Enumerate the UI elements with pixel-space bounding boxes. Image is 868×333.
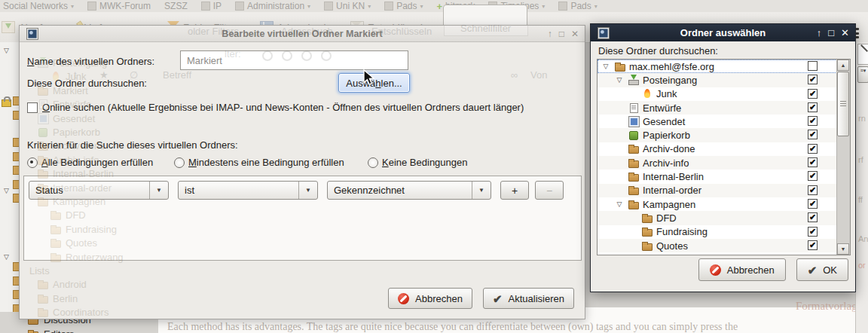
rollup-icon[interactable]: ↑ [817, 27, 822, 38]
criteria-label: Kriterien für die Suche dieses virtuelle… [27, 139, 238, 151]
update-button[interactable]: ✔ Aktualisieren [483, 288, 574, 309]
bookmark-item[interactable]: SZSZ [164, 1, 188, 11]
twisty-icon[interactable]: ▽ [4, 187, 9, 194]
tree-row[interactable]: Internal-order✔ [598, 184, 837, 197]
radio-any[interactable]: Mindestens eine Bedingung erfüllen [174, 157, 344, 168]
field-dropdown[interactable]: Status ▼ [29, 181, 169, 200]
ok-button[interactable]: ✔ OK [796, 258, 848, 281]
tree-row[interactable]: Papierkorb✔ [598, 128, 837, 142]
maximize-icon[interactable]: □ [828, 27, 834, 38]
remove-condition-button[interactable]: − [535, 181, 564, 200]
folder-checkbox[interactable]: ✔ [808, 144, 818, 154]
bookmark-item[interactable]: Uni KN▾ [324, 1, 371, 11]
scrollbar-thumb[interactable] [837, 72, 849, 136]
twisty-icon[interactable]: ▽ [614, 200, 625, 208]
folder-checkbox[interactable]: ✔ [808, 171, 818, 181]
folder-icon [37, 294, 49, 304]
bookmark-label: Uni KN [336, 1, 365, 11]
rollup-icon[interactable]: ↑ [548, 29, 552, 39]
tree-folder-label: Archiv-done [643, 143, 695, 154]
scroll-up-icon[interactable]: ▲ [837, 60, 849, 71]
twisty-icon[interactable]: ▽ [614, 76, 625, 84]
tree-row[interactable]: Junk✔ [598, 87, 837, 101]
bookmark-item[interactable]: Social Networks▾ [3, 1, 74, 11]
tree-row[interactable]: Fundraising✔ [598, 225, 837, 239]
tree-row[interactable]: Archiv-done✔ [598, 142, 837, 156]
bookmark-item[interactable]: Administration▾ [235, 1, 310, 11]
bookmark-item[interactable]: MWK-Forum [87, 1, 151, 11]
close-icon[interactable]: ✕ [571, 29, 579, 39]
tree-row[interactable]: ▽Kampagnen✔ [598, 197, 837, 211]
webpage-text-fragment: Each method has its advantages. The tags… [167, 321, 778, 333]
twisty-icon[interactable]: ▽ [4, 253, 9, 261]
folder-icon [641, 213, 653, 223]
trash-icon [37, 127, 49, 137]
tree-row[interactable]: Internal-Berlin✔ [598, 170, 837, 183]
dialog-titlebar[interactable]: Bearbeite virtuellen Ordner Markiert ↑ □… [20, 26, 585, 42]
cancel-button[interactable]: Abbrechen [698, 258, 786, 281]
folder-checkbox[interactable]: ✔ [808, 157, 818, 167]
tree-row[interactable]: Quotes✔ [598, 239, 837, 252]
folder-icon [641, 227, 653, 237]
radio-all-label: Alle Bedingungen erfüllen [41, 157, 153, 168]
twisty-icon[interactable]: ▽ [601, 63, 611, 70]
cancel-icon [398, 293, 409, 304]
maximize-icon[interactable]: □ [559, 29, 564, 39]
tree-row[interactable]: Archiv-info✔ [598, 156, 837, 170]
account-icon [614, 62, 626, 72]
tree-folder-label: Internal-Berlin [643, 171, 704, 182]
ghost-folder-row: Gesendet [37, 113, 95, 124]
tree-row[interactable]: ▽max.mehl@fsfe.org [598, 60, 837, 73]
folder-checkbox[interactable]: ✔ [808, 102, 818, 112]
folder-pane-row[interactable]: Editors [27, 328, 74, 333]
bookmark-item[interactable]: Pads▾ [384, 1, 423, 11]
folder-checkbox[interactable]: ✔ [808, 185, 818, 195]
twisty-icon[interactable]: ▽ [4, 47, 9, 54]
folder-checkbox[interactable]: ✔ [808, 227, 818, 237]
none-icon [24, 266, 26, 276]
text-fragment: rn [858, 114, 866, 123]
ghost-folder-row: Berlin [37, 293, 78, 304]
folder-checkbox[interactable]: ✔ [808, 212, 818, 222]
folder-icon [37, 307, 49, 317]
bookmark-item[interactable]: IP [201, 1, 222, 11]
folder-checkbox[interactable]: ✔ [808, 89, 818, 99]
edit-virtual-folder-dialog: Bearbeite virtuellen Ordner Markiert ↑ □… [19, 25, 585, 319]
radio-icon[interactable] [27, 157, 38, 168]
favicon [87, 2, 96, 11]
radio-icon[interactable] [174, 157, 185, 168]
ghost-folder-row: Papierkorb [37, 127, 100, 138]
folder-checkbox[interactable] [808, 61, 818, 71]
chevron-down-icon: ▾ [420, 3, 423, 10]
tree-row[interactable]: Entwürfe✔ [598, 101, 837, 115]
scrollbar[interactable]: ▲ ▼ [836, 60, 850, 255]
dialog-titlebar[interactable]: Ordner auswählen ↑ □ ✕ [591, 24, 855, 41]
folder-checkbox[interactable]: ✔ [808, 75, 818, 84]
radio-all[interactable]: Alle Bedingungen erfüllen [27, 157, 153, 168]
online-search-checkbox[interactable] [27, 102, 38, 113]
radio-icon[interactable] [368, 157, 378, 168]
tree-row[interactable]: Gesendet✔ [598, 115, 837, 128]
scroll-down-icon[interactable]: ▼ [837, 243, 849, 255]
value-dropdown[interactable]: Gekennzeichnet ▼ [327, 181, 491, 200]
cancel-button[interactable]: Abbrechen [388, 288, 472, 309]
text-fragment: ff [858, 195, 863, 204]
radio-none[interactable]: Keine Bedingungen [368, 157, 468, 168]
folder-checkbox[interactable]: ✔ [808, 116, 818, 126]
tree-row[interactable]: ▽Posteingang✔ [598, 73, 837, 87]
folder-name-value: Markiert [187, 55, 222, 66]
folder-name-input[interactable]: Markiert [180, 50, 408, 70]
folder-checkbox[interactable]: ✔ [808, 240, 818, 250]
column-picker-button[interactable]: ≡▾ [857, 66, 868, 83]
close-icon[interactable]: ✕ [841, 27, 849, 38]
ghost-folder-row: Coordinators [37, 307, 108, 318]
folder-checkbox[interactable]: ✔ [808, 130, 818, 139]
folder-checkbox[interactable]: ✔ [808, 199, 818, 209]
tree-row[interactable]: DFD✔ [598, 211, 837, 225]
chevron-down-icon: ▾ [307, 3, 310, 10]
folder-icon [641, 241, 653, 251]
add-condition-button[interactable]: + [500, 181, 529, 200]
operator-dropdown[interactable]: ist ▼ [178, 181, 318, 200]
bookmark-label: Administration [247, 1, 304, 11]
bookmark-item[interactable]: Pads▾ [558, 1, 597, 11]
